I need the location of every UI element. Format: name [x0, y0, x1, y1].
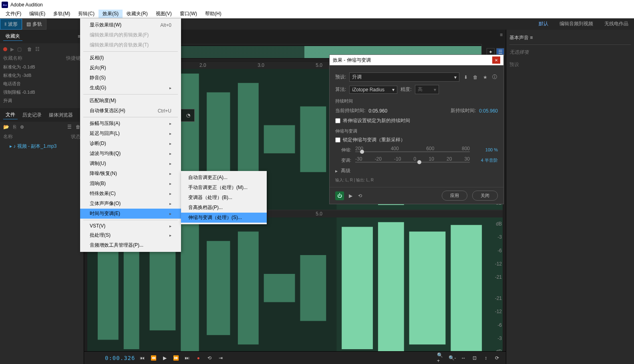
favorite-item[interactable]: 标准化为 -0.1dB	[0, 63, 84, 71]
workspace-default[interactable]: 默认	[533, 18, 554, 30]
menu-fav[interactable]: 收藏夹(R)	[123, 10, 152, 18]
apply-button[interactable]: 应用	[442, 191, 467, 201]
menu-item[interactable]: 降噪/恢复(N)	[80, 169, 181, 179]
loop-button[interactable]: ⟲	[205, 354, 213, 362]
favorite-item[interactable]: 强制限幅 -0.1dB	[0, 88, 84, 97]
menu-window[interactable]: 窗口(W)	[176, 10, 201, 18]
algorithm-select[interactable]: iZotope Radius ▾	[349, 86, 397, 94]
record-favorite-icon[interactable]	[3, 47, 7, 51]
favorites-tab[interactable]: 收藏夹	[3, 32, 22, 41]
go-start-button[interactable]: ⏮	[138, 354, 146, 362]
favorite-item[interactable]: 升调	[0, 97, 84, 105]
rewind-button[interactable]: ⏪	[149, 354, 157, 362]
delete-favorite-icon[interactable]: 🗑	[27, 46, 32, 52]
stop-favorite-icon[interactable]: ▢	[17, 46, 22, 52]
submenu-item[interactable]: 伸缩与变调（处理）(S)...	[181, 213, 267, 223]
zoom-reset-button[interactable]: ⟳	[493, 354, 501, 362]
menu-item[interactable]: 特殊效果(C)	[80, 189, 181, 199]
pitch-slider[interactable]: -30-20-100102030	[355, 156, 470, 164]
files-tab[interactable]: 文件	[3, 111, 18, 119]
submenu-item[interactable]: 自动音调更正(A)...	[181, 173, 267, 183]
menu-item[interactable]: 延迟与回声(L)	[80, 129, 181, 139]
zoom-out-button[interactable]: 🔍-	[448, 354, 456, 362]
menu-item[interactable]: 音频增效工具管理器(P)...	[80, 240, 181, 250]
menu-effects[interactable]: 效果(S)	[99, 10, 123, 18]
submenu-item[interactable]: 手动音调更正（处理）(M)...	[181, 183, 267, 193]
panel-menu-icon[interactable]: ≡	[500, 32, 503, 40]
lock-pitch-input[interactable]	[335, 137, 340, 143]
advanced-label: 高级	[341, 167, 350, 174]
lock-duration-input[interactable]	[335, 118, 340, 123]
favorite-item[interactable]: 标准化为 -3dB	[0, 71, 84, 80]
favorite-item[interactable]: 电话语音	[0, 80, 84, 88]
menu-item[interactable]: 振幅与压限(A)	[80, 119, 181, 129]
workspace-radio[interactable]: 无线电作品	[599, 18, 634, 30]
power-button[interactable]: ⏻	[335, 191, 344, 200]
skip-button[interactable]: ⇥	[217, 354, 225, 362]
menu-item[interactable]: 显示效果组(W)Alt+0	[80, 20, 181, 30]
menu-item[interactable]: VST(V)	[80, 221, 181, 230]
menu-item[interactable]: 反向(R)	[80, 63, 181, 73]
multitrack-mode-button[interactable]: ▤ 多轨	[22, 19, 46, 30]
workspace-audio2video[interactable]: 编辑音频到视频	[554, 18, 599, 30]
forward-button[interactable]: ⏩	[172, 354, 180, 362]
stretch-value[interactable]: 100 %	[474, 147, 498, 152]
menu-clip[interactable]: 剪辑(C)	[74, 10, 99, 18]
menu-item[interactable]: 反相(I)	[80, 53, 181, 63]
menu-view[interactable]: 视图(V)	[152, 10, 176, 18]
play-button[interactable]: ▶	[161, 354, 169, 362]
close-button[interactable]: ✕	[492, 56, 500, 64]
play-favorite-icon[interactable]: ▶	[10, 46, 14, 52]
zoom-in-button[interactable]: 🔍+	[437, 354, 445, 362]
menu-item[interactable]: 调制(U)	[80, 159, 181, 169]
menu-file[interactable]: 文件(F)	[2, 10, 25, 18]
menu-multi[interactable]: 多轨(M)	[49, 10, 74, 18]
menu-item[interactable]: 立体声声像(O)	[80, 199, 181, 209]
close-dialog-button[interactable]: 关闭	[472, 191, 498, 201]
menu-item[interactable]: 时间与变调(E)	[80, 209, 181, 219]
menu-item[interactable]: 诊断(D)	[80, 139, 181, 149]
preset-select[interactable]: 升调 ▾	[349, 72, 459, 82]
save-preset-icon[interactable]: ⬇	[463, 74, 469, 80]
zoom-sel-button[interactable]: ⊡	[471, 354, 479, 362]
loop-preview-button[interactable]: ⟲	[357, 193, 363, 199]
panel-menu-icon[interactable]: ≡	[530, 35, 533, 40]
waveform-mode-button[interactable]: ⫴ 波形	[0, 19, 22, 30]
history-tab[interactable]: 历史记录	[20, 111, 44, 119]
zoom-full-button[interactable]: ↔	[459, 354, 467, 362]
submenu-item[interactable]: 变调器（处理）(B)...	[181, 193, 267, 203]
menu-edit[interactable]: 编辑(E)	[25, 10, 49, 18]
pitch-value[interactable]: 4 半音阶	[474, 157, 498, 163]
lock-pitch-checkbox[interactable]: 锁定伸缩与变调（重新采样）	[335, 137, 498, 143]
menu-item[interactable]: 混响(B)	[80, 179, 181, 189]
menu-help[interactable]: 帮助(H)	[201, 10, 225, 18]
props-favorite-icon[interactable]: ☷	[35, 46, 40, 52]
file-item[interactable]: ▸ ♪ 视频 - 副本_1.mp3	[0, 141, 84, 151]
info-icon[interactable]: ⓘ	[491, 74, 498, 80]
menu-item[interactable]: 批处理(S)	[80, 230, 181, 240]
delete-preset-icon[interactable]: 🗑	[472, 74, 479, 80]
stretch-slider[interactable]: 200400600800	[355, 146, 470, 154]
open-file-icon[interactable]: 📂	[3, 124, 9, 130]
new-duration-value[interactable]: 0:05.960	[479, 108, 498, 114]
go-end-button[interactable]: ⏭	[183, 354, 191, 362]
hud-clock-icon[interactable]: ◔	[184, 111, 193, 120]
zoom-in-v-button[interactable]: ↕	[482, 354, 490, 362]
media-browser-tab[interactable]: 媒体浏览器	[46, 111, 75, 119]
advanced-toggle[interactable]: ▸ 高级	[335, 167, 498, 174]
lock-duration-checkbox[interactable]: 将伸缩设置锁定为新的持续时间	[335, 117, 498, 124]
record-button[interactable]: ●	[194, 354, 202, 362]
timecode[interactable]: 0:00.326	[105, 355, 135, 361]
menu-item[interactable]: 自动修复选区(H)Ctrl+U	[80, 106, 181, 116]
submenu-item[interactable]: 音高换档器(P)...	[181, 203, 267, 213]
menu-item[interactable]: 匹配响度(M)	[80, 96, 181, 106]
menu-item[interactable]: 滤波与均衡(Q)	[80, 149, 181, 159]
menu-item[interactable]: 静音(S)	[80, 73, 181, 83]
preview-play-button[interactable]: ▶	[347, 193, 354, 199]
import-icon[interactable]: ⎘	[13, 124, 16, 130]
filter-icon[interactable]: ☰	[67, 124, 72, 130]
menu-item[interactable]: 生成(G)	[80, 83, 181, 93]
precision-select[interactable]: 高 ▾	[415, 85, 439, 94]
new-file-icon[interactable]: ⊕	[20, 124, 24, 130]
favorite-icon[interactable]: ★	[482, 74, 488, 80]
